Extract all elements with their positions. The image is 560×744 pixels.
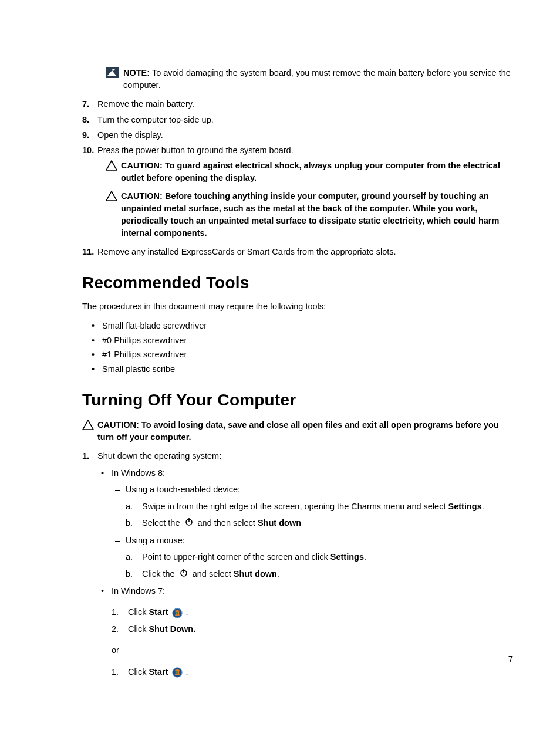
- caution-block-3: CAUTION: To avoid losing data, save and …: [82, 419, 513, 444]
- caution-text-3: CAUTION: To avoid losing data, save and …: [97, 419, 513, 444]
- power-icon: [184, 517, 194, 530]
- start-orb-icon: [172, 667, 183, 678]
- mouse-steps: a. Point to upper-right corner of the sc…: [126, 550, 513, 581]
- caution-icon: [106, 191, 117, 201]
- tool-item: #0 Phillips screwdriver: [92, 334, 513, 347]
- mouse-step-b: b. Click the: [126, 567, 513, 581]
- touch-steps: a. Swipe in from the right edge of the s…: [126, 500, 513, 530]
- steps-list-a: 7.Remove the main battery. 8.Turn the co…: [82, 97, 513, 157]
- start-orb-icon: [172, 608, 183, 618]
- turnoff-step-1: 1. Shut down the operating system: In Wi…: [82, 449, 513, 682]
- mouse-method: Using a mouse: a. Point to upper-right c…: [112, 534, 513, 581]
- note-icon: [106, 67, 119, 78]
- win7-alt-steps: 1. Click Start: [112, 665, 513, 678]
- heading-tools: Recommended Tools: [82, 273, 513, 292]
- tool-item: #1 Phillips screwdriver: [92, 348, 513, 361]
- caution-text-2: CAUTION: Before touching anything inside…: [121, 190, 513, 239]
- tools-list: Small flat-blade screwdriver #0 Phillips…: [92, 319, 513, 376]
- caution-icon: [82, 420, 94, 430]
- tool-item: Small plastic scribe: [92, 363, 513, 376]
- steps-list-b: 11.Remove any installed ExpressCards or …: [82, 245, 513, 258]
- step-9: 9.Open the display.: [82, 128, 513, 141]
- win7-steps: 1. Click Start: [112, 606, 513, 635]
- win7-step-1: 1. Click Start: [112, 606, 513, 618]
- note-text: NOTE: To avoid damaging the system board…: [123, 67, 513, 92]
- page: NOTE: To avoid damaging the system board…: [0, 0, 560, 719]
- touch-step-b: b. Select the: [126, 516, 513, 530]
- step-10: 10.Press the power button to ground the …: [82, 144, 513, 157]
- caution-icon: [106, 160, 117, 171]
- tools-intro: The procedures in this document may requ…: [82, 302, 513, 311]
- turnoff-steps: 1. Shut down the operating system: In Wi…: [82, 449, 513, 682]
- note-body: To avoid damaging the system board, you …: [123, 68, 511, 90]
- power-icon: [179, 568, 188, 581]
- tool-item: Small flat-blade screwdriver: [92, 319, 513, 332]
- step-8: 8.Turn the computer top-side up.: [82, 113, 513, 126]
- touch-method: Using a touch-enabled device: a. Swipe i…: [112, 483, 513, 530]
- page-number: 7: [508, 654, 513, 664]
- caution-block-1: CAUTION: To guard against electrical sho…: [106, 160, 513, 184]
- touch-step-a: a. Swipe in from the right edge of the s…: [126, 500, 513, 513]
- heading-turnoff: Turning Off Your Computer: [82, 391, 513, 410]
- win7-item: In Windows 7: 1. Click Start: [97, 584, 513, 678]
- win8-item: In Windows 8: Using a touch-enabled devi…: [97, 466, 513, 581]
- win7-alt-step-1: 1. Click Start: [112, 665, 513, 678]
- mouse-step-a: a. Point to upper-right corner of the sc…: [126, 550, 513, 563]
- note-block: NOTE: To avoid damaging the system board…: [106, 67, 513, 92]
- caution-block-2: CAUTION: Before touching anything inside…: [106, 190, 513, 239]
- note-label: NOTE:: [123, 68, 150, 77]
- step-11: 11.Remove any installed ExpressCards or …: [82, 245, 513, 258]
- win8-methods: Using a touch-enabled device: a. Swipe i…: [112, 483, 513, 581]
- or-text: or: [112, 644, 513, 657]
- os-list: In Windows 8: Using a touch-enabled devi…: [97, 466, 513, 679]
- step-7: 7.Remove the main battery.: [82, 97, 513, 110]
- caution-text-1: CAUTION: To guard against electrical sho…: [121, 160, 513, 184]
- win7-step-2: 2. Click Shut Down.: [112, 623, 513, 635]
